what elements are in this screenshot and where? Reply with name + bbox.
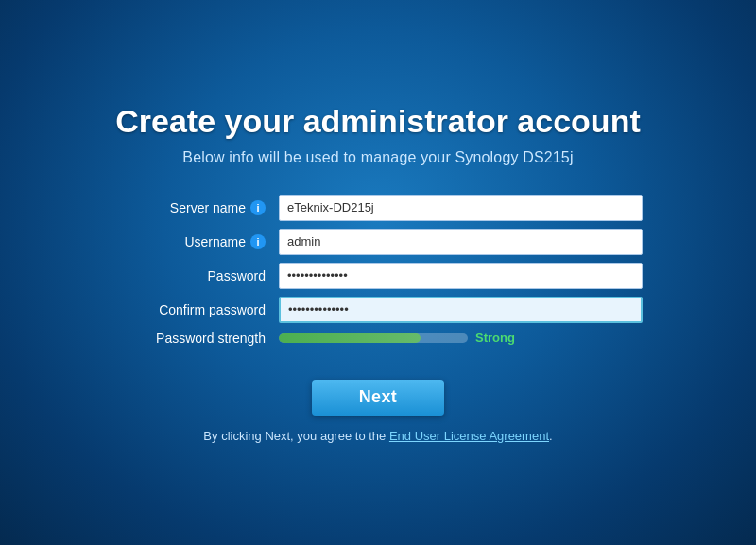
- server-name-info-icon[interactable]: i: [250, 200, 266, 215]
- page-subtitle: Below info will be used to manage your S…: [182, 149, 573, 166]
- server-name-label: Server name i: [113, 200, 279, 215]
- next-button[interactable]: Next: [312, 380, 444, 416]
- eula-link[interactable]: End User License Agreement: [389, 429, 549, 443]
- main-container: Create your administrator account Below …: [47, 103, 709, 443]
- strength-text: Strong: [475, 331, 515, 345]
- form-section: Server name i Username i Password Confir…: [47, 195, 709, 353]
- eula-text: By clicking Next, you agree to the End U…: [203, 429, 552, 443]
- password-strength-row: Password strength Strong: [113, 331, 643, 346]
- username-info-icon[interactable]: i: [250, 234, 266, 249]
- strength-bar-background: [279, 333, 468, 343]
- username-label: Username i: [113, 234, 279, 249]
- page-title: Create your administrator account: [115, 103, 640, 140]
- password-row: Password: [113, 263, 643, 289]
- confirm-password-row: Confirm password: [113, 297, 643, 323]
- username-row: Username i: [113, 229, 643, 255]
- password-strength-label: Password strength: [113, 331, 279, 346]
- server-name-row: Server name i: [113, 195, 643, 221]
- password-label: Password: [113, 268, 279, 283]
- server-name-input[interactable]: [279, 195, 643, 221]
- confirm-password-label: Confirm password: [113, 302, 279, 317]
- password-input[interactable]: [279, 263, 643, 289]
- username-input[interactable]: [279, 229, 643, 255]
- confirm-password-input[interactable]: [279, 297, 643, 323]
- password-strength-bar-container: Strong: [279, 331, 643, 345]
- strength-bar-fill: [279, 333, 421, 343]
